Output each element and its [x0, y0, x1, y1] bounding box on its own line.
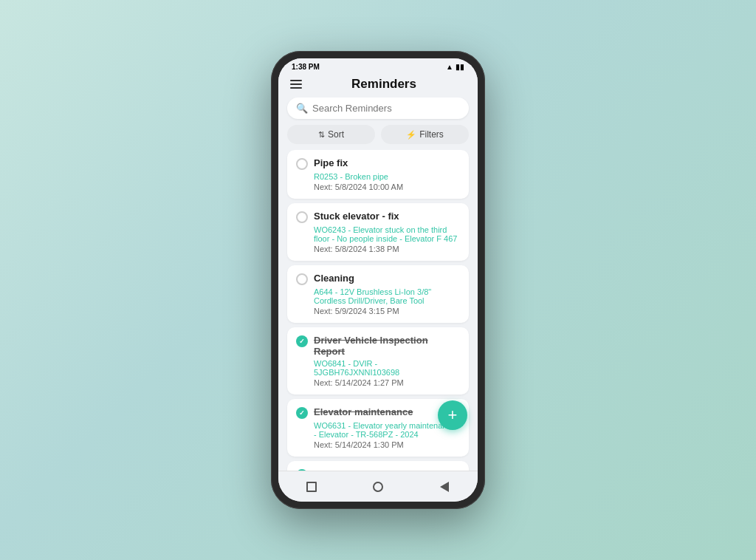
reminder-title: Cleaning — [314, 273, 354, 284]
reminder-next: Next: 5/14/2024 1:27 PM — [296, 378, 460, 387]
reminder-next: Next: 5/9/2024 3:15 PM — [296, 307, 460, 315]
battery-icon: ▮▮ — [456, 63, 464, 71]
search-bar[interactable]: 🔍 — [287, 98, 469, 119]
triangle-icon — [440, 482, 449, 492]
reminder-card[interactable]: Stuck elevator - fixWO6243 - Elevator st… — [287, 203, 469, 261]
reminder-next: Next: 5/8/2024 10:00 AM — [296, 182, 460, 191]
square-icon — [306, 482, 317, 492]
app-header: Reminders — [278, 72, 478, 98]
reminder-title: Elevator maintenance — [314, 406, 413, 417]
search-input[interactable] — [312, 103, 460, 114]
incomplete-icon — [296, 158, 308, 170]
nav-bar — [278, 471, 478, 502]
completed-icon — [296, 469, 308, 471]
reminder-link[interactable]: WO6243 - Elevator stuck on the third flo… — [296, 225, 460, 243]
reminder-title: Driver Vehicle Inspection Report — [314, 335, 460, 357]
reminder-title: Pipe fix — [314, 157, 348, 168]
reminder-card[interactable]: CleaningA644 - 12V Brushless Li-Ion 3/8"… — [287, 265, 469, 323]
filters-button[interactable]: ⚡ Filters — [381, 125, 469, 144]
sort-icon: ⇅ — [318, 130, 325, 140]
completed-icon — [296, 407, 308, 419]
reminder-next: Next: 5/14/2024 1:30 PM — [296, 440, 460, 449]
wifi-icon: ▲ — [446, 63, 453, 71]
filters-label: Filters — [419, 129, 444, 140]
incomplete-icon — [296, 273, 308, 285]
phone-screen: 1:38 PM ▲ ▮▮ Reminders 🔍 ⇅ Sort ⚡ — [278, 58, 478, 502]
filter-row: ⇅ Sort ⚡ Filters — [287, 125, 469, 144]
reminders-area: Pipe fixR0253 - Broken pipeNext: 5/8/202… — [278, 150, 478, 471]
status-icons: ▲ ▮▮ — [446, 63, 464, 71]
reminder-card[interactable]: Driver Vehicle Inspection ReportWO6841 -… — [287, 327, 469, 395]
menu-button[interactable] — [290, 80, 302, 89]
reminder-link[interactable]: R0253 - Broken pipe — [296, 172, 460, 181]
reminder-title: Stuck elevator - fix — [314, 211, 399, 222]
incomplete-icon — [296, 211, 308, 223]
status-time: 1:38 PM — [292, 63, 320, 71]
circle-icon — [373, 482, 383, 492]
nav-home-button[interactable] — [371, 479, 385, 494]
reminder-link[interactable]: WO6631 - Elevator yearly maintenance - E… — [296, 421, 460, 439]
search-icon: 🔍 — [296, 103, 308, 114]
add-reminder-button[interactable]: + — [438, 400, 467, 430]
reminder-link[interactable]: A644 - 12V Brushless Li-Ion 3/8" Cordles… — [296, 287, 460, 305]
nav-back-button[interactable] — [437, 479, 452, 494]
page-title: Reminders — [302, 77, 466, 92]
sort-label: Sort — [328, 129, 344, 140]
nav-square-button[interactable] — [304, 479, 319, 494]
reminder-card[interactable]: Pipe fixR0253 - Broken pipeNext: 5/8/202… — [287, 150, 469, 199]
status-bar: 1:38 PM ▲ ▮▮ — [278, 58, 478, 72]
sort-button[interactable]: ⇅ Sort — [287, 125, 375, 144]
completed-icon — [296, 335, 308, 347]
reminder-link[interactable]: WO6841 - DVIR - 5JGBH76JXNNI103698 — [296, 359, 460, 377]
phone-frame: 1:38 PM ▲ ▮▮ Reminders 🔍 ⇅ Sort ⚡ — [271, 51, 485, 509]
filter-icon: ⚡ — [406, 130, 416, 140]
reminder-next: Next: 5/8/2024 1:38 PM — [296, 245, 460, 253]
reminder-card[interactable]: Tools inventory checkA108 - 1/2" Cordles… — [287, 461, 469, 471]
reminder-title: Tools inventory check — [314, 468, 414, 471]
